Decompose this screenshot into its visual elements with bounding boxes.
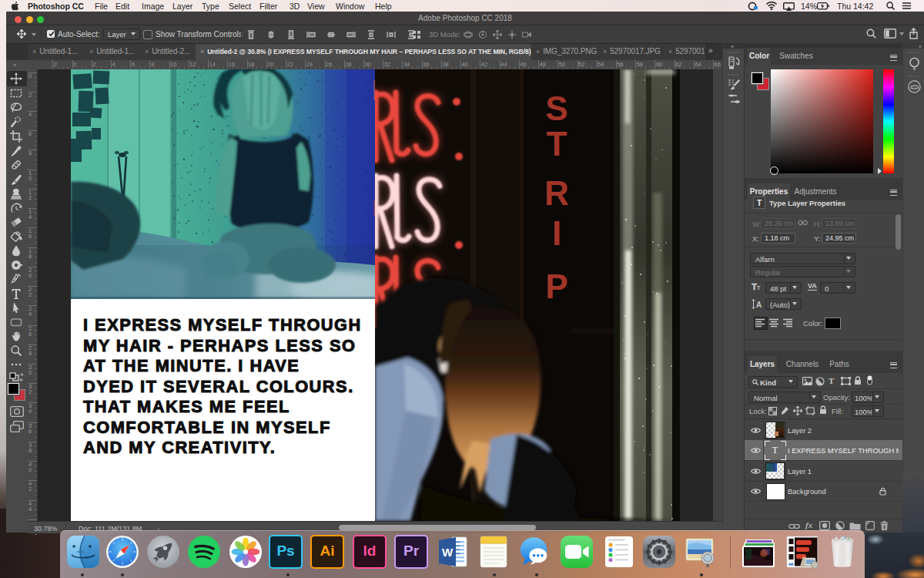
svg-text:R: R (544, 174, 569, 212)
svg-text:S: S (545, 89, 567, 127)
svg-text:W: W (442, 546, 454, 559)
svg-text:T: T (547, 125, 567, 163)
svg-text:A: A (756, 301, 762, 309)
svg-text:P: P (545, 267, 567, 305)
svg-text:I: I (552, 214, 561, 252)
